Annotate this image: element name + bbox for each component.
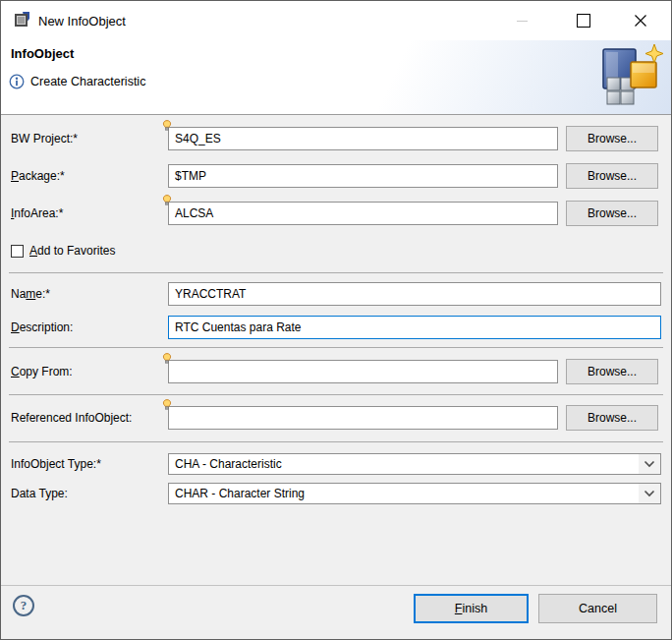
page-title: InfoObject <box>11 46 74 61</box>
info-icon <box>9 74 25 89</box>
close-icon <box>634 14 647 28</box>
referenced-infoobject-browse-button[interactable]: Browse... <box>566 405 658 431</box>
help-button[interactable]: ? <box>13 595 34 616</box>
bw-project-browse-button[interactable]: Browse... <box>566 126 658 151</box>
copy-from-label: Copy From: <box>11 360 73 383</box>
data-type-label: Data Type: <box>11 483 68 504</box>
separator <box>9 347 663 348</box>
data-type-value: CHAR - Character String <box>169 487 639 500</box>
maximize-icon <box>577 14 590 28</box>
button-bar: ? Finish Cancel <box>1 585 671 639</box>
referenced-infoobject-label: Referenced InfoObject: <box>11 406 132 430</box>
dialog-message: Create Characteristic <box>9 74 145 89</box>
minimize-button[interactable] <box>499 1 544 40</box>
infoobject-icon <box>600 42 663 105</box>
data-type-select[interactable]: CHAR - Character String <box>168 483 661 504</box>
chevron-down-icon <box>639 454 660 474</box>
referenced-infoobject-input[interactable] <box>168 406 558 430</box>
maximize-button[interactable] <box>561 1 606 40</box>
cancel-button[interactable]: Cancel <box>538 594 657 623</box>
question-icon: ? <box>21 598 28 613</box>
window-title: New InfoObject <box>38 1 126 40</box>
checkbox-icon <box>11 245 24 258</box>
infoobject-type-select[interactable]: CHA - Characteristic <box>168 453 661 475</box>
finish-button[interactable]: Finish <box>414 594 529 623</box>
copy-from-input[interactable] <box>168 360 558 383</box>
package-label: Package:* <box>11 164 65 188</box>
dialog-header: InfoObject Create Characteristic <box>1 40 671 115</box>
minimize-icon <box>517 21 528 22</box>
name-label: Name:* <box>11 282 50 306</box>
bw-project-input[interactable] <box>168 127 558 150</box>
copy-from-browse-button[interactable]: Browse... <box>566 359 658 384</box>
infoobject-type-value: CHA - Characteristic <box>169 457 639 471</box>
separator <box>9 394 663 395</box>
dialog-message-text: Create Characteristic <box>30 75 145 88</box>
close-button[interactable] <box>618 1 663 40</box>
bw-project-label: BW Project:* <box>11 127 78 150</box>
package-input[interactable] <box>168 164 558 188</box>
separator <box>9 441 663 442</box>
infoarea-browse-button[interactable]: Browse... <box>566 201 658 226</box>
title-bar: New InfoObject <box>1 1 671 40</box>
name-input[interactable] <box>168 282 661 306</box>
add-to-favorites-checkbox[interactable]: Add to Favorites <box>11 242 115 260</box>
chevron-down-icon <box>639 484 660 503</box>
new-infoobject-dialog: New InfoObject InfoObject Create Charact… <box>0 0 672 640</box>
infoobject-type-label: InfoObject Type:* <box>11 453 101 475</box>
infoarea-input[interactable] <box>168 202 558 225</box>
window-icon <box>14 12 29 28</box>
package-browse-button[interactable]: Browse... <box>566 163 658 189</box>
add-to-favorites-label: Add to Favorites <box>29 244 115 258</box>
description-input[interactable] <box>168 316 661 339</box>
infoarea-label: InfoArea:* <box>11 202 63 225</box>
description-label: Description: <box>11 316 73 339</box>
separator <box>9 272 663 273</box>
